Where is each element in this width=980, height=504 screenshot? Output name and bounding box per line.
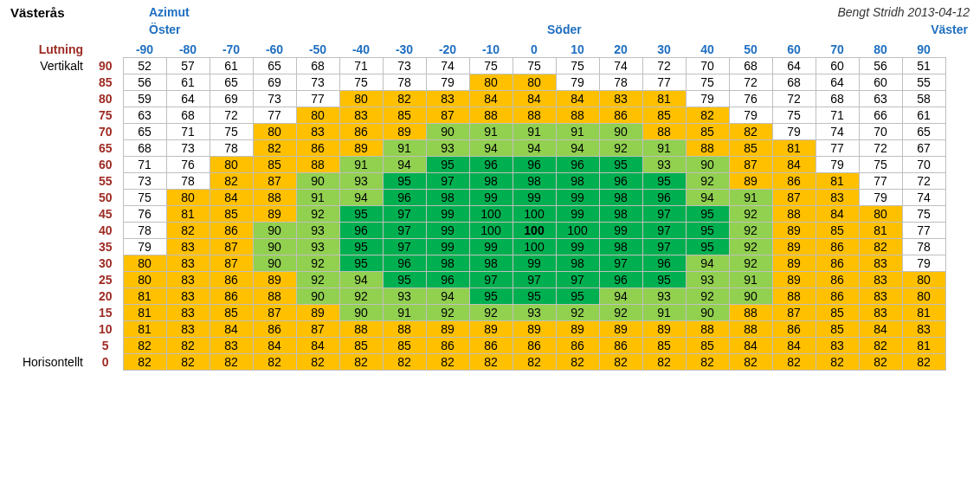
heatmap-cell: 55 xyxy=(902,74,945,91)
heatmap-cell: 86 xyxy=(210,288,253,305)
table-row: 8059646973778082838484848381797672686358 xyxy=(10,91,945,107)
row-side-label: Vertikalt xyxy=(10,58,88,74)
heatmap-cell: 98 xyxy=(599,206,642,223)
heatmap-cell: 97 xyxy=(642,206,686,223)
heatmap-cell: 73 xyxy=(383,58,426,74)
heatmap-cell: 86 xyxy=(816,239,859,255)
azimuth-header: -40 xyxy=(339,42,383,58)
heatmap-cell: 95 xyxy=(686,206,729,223)
heatmap-cell: 100 xyxy=(469,223,513,239)
heatmap-cell: 100 xyxy=(556,223,599,239)
heatmap-cell: 94 xyxy=(469,140,513,157)
heatmap-cell: 97 xyxy=(426,173,469,190)
heatmap-cell: 99 xyxy=(556,206,599,223)
heatmap-cell: 85 xyxy=(642,107,686,124)
heatmap-cell: 85 xyxy=(339,338,383,354)
heatmap-cell: 90 xyxy=(253,223,296,239)
heatmap-cell: 75 xyxy=(772,107,816,124)
heatmap-cell: 77 xyxy=(296,91,339,107)
heatmap-cell: 87 xyxy=(253,305,296,321)
azimuth-header: 90 xyxy=(902,42,945,58)
heatmap-cell: 57 xyxy=(166,58,210,74)
row-side-label xyxy=(10,338,88,354)
heatmap-cell: 79 xyxy=(123,239,166,255)
direction-west: Väster xyxy=(931,23,968,36)
table-row: 3579838790939597999910099989795928986827… xyxy=(10,239,945,255)
heatmap-cell: 90 xyxy=(253,239,296,255)
heatmap-cell: 88 xyxy=(686,140,729,157)
heatmap-cell: 73 xyxy=(166,140,210,157)
azimuth-header: -10 xyxy=(469,42,513,58)
heatmap-cell: 76 xyxy=(123,206,166,223)
heatmap-cell: 64 xyxy=(166,91,210,107)
heatmap-cell: 97 xyxy=(469,272,513,288)
heatmap-cell: 88 xyxy=(772,206,816,223)
heatmap-cell: 90 xyxy=(686,305,729,321)
tilt-header: 85 xyxy=(88,74,123,91)
heatmap-cell: 66 xyxy=(859,107,902,124)
heatmap-cell: 70 xyxy=(686,58,729,74)
heatmap-cell: 83 xyxy=(166,321,210,338)
heatmap-cell: 92 xyxy=(729,255,772,272)
heatmap-cell: 75 xyxy=(686,74,729,91)
heatmap-cell: 83 xyxy=(166,272,210,288)
page-title: Västerås xyxy=(10,5,65,20)
heatmap-cell: 72 xyxy=(729,74,772,91)
heatmap-cell: 95 xyxy=(339,239,383,255)
heatmap-cell: 80 xyxy=(210,157,253,173)
heatmap-cell: 100 xyxy=(513,223,556,239)
row-side-label xyxy=(10,91,88,107)
heatmap-cell: 96 xyxy=(426,272,469,288)
heatmap-cell: 93 xyxy=(383,288,426,305)
heatmap-cell: 75 xyxy=(123,190,166,206)
heatmap-cell: 80 xyxy=(123,272,166,288)
heatmap-cell: 89 xyxy=(513,321,556,338)
heatmap-cell: 82 xyxy=(123,338,166,354)
heatmap-cell: 90 xyxy=(599,124,642,140)
heatmap-cell: 98 xyxy=(469,173,513,190)
heatmap-cell: 83 xyxy=(166,255,210,272)
heatmap-cell: 98 xyxy=(599,190,642,206)
heatmap-cell: 95 xyxy=(469,288,513,305)
heatmap-cell: 93 xyxy=(426,140,469,157)
heatmap-cell: 82 xyxy=(556,354,599,371)
table-row: 7563687277808385878888888685827975716661 xyxy=(10,107,945,124)
heatmap-cell: 90 xyxy=(426,124,469,140)
heatmap-cell: 83 xyxy=(816,338,859,354)
heatmap-cell: 95 xyxy=(383,173,426,190)
heatmap-cell: 77 xyxy=(902,223,945,239)
heatmap-cell: 71 xyxy=(339,58,383,74)
heatmap-cell: 60 xyxy=(816,58,859,74)
heatmap-cell: 68 xyxy=(772,74,816,91)
heatmap-cell: 75 xyxy=(902,206,945,223)
row-side-label xyxy=(10,107,88,124)
heatmap-cell: 68 xyxy=(816,91,859,107)
heatmap-cell: 82 xyxy=(642,354,686,371)
heatmap-cell: 86 xyxy=(513,338,556,354)
heatmap-cell: 92 xyxy=(339,288,383,305)
heatmap-cell: 75 xyxy=(469,58,513,74)
heatmap-cell: 82 xyxy=(426,354,469,371)
heatmap-cell: 78 xyxy=(599,74,642,91)
heatmap-cell: 82 xyxy=(469,354,513,371)
heatmap-cell: 79 xyxy=(902,255,945,272)
azimuth-header: 80 xyxy=(859,42,902,58)
table-row: 2081838688909293949595959493929088868380 xyxy=(10,288,945,305)
heatmap-cell: 90 xyxy=(296,288,339,305)
row-side-label xyxy=(10,272,88,288)
heatmap-cell: 89 xyxy=(426,321,469,338)
heatmap-cell: 83 xyxy=(426,91,469,107)
heatmap-cell: 95 xyxy=(339,206,383,223)
row-side-label xyxy=(10,157,88,173)
table-row: 7065717580838689909191919088858279747065 xyxy=(10,124,945,140)
heatmap-cell: 92 xyxy=(426,305,469,321)
heatmap-cell: 83 xyxy=(859,288,902,305)
row-side-label xyxy=(10,239,88,255)
heatmap-cell: 78 xyxy=(123,223,166,239)
heatmap-cell: 93 xyxy=(642,288,686,305)
heatmap-cell: 91 xyxy=(339,157,383,173)
tilt-header: 50 xyxy=(88,190,123,206)
heatmap-cell: 99 xyxy=(556,239,599,255)
heatmap-cell: 78 xyxy=(210,140,253,157)
heatmap-cell: 84 xyxy=(859,321,902,338)
